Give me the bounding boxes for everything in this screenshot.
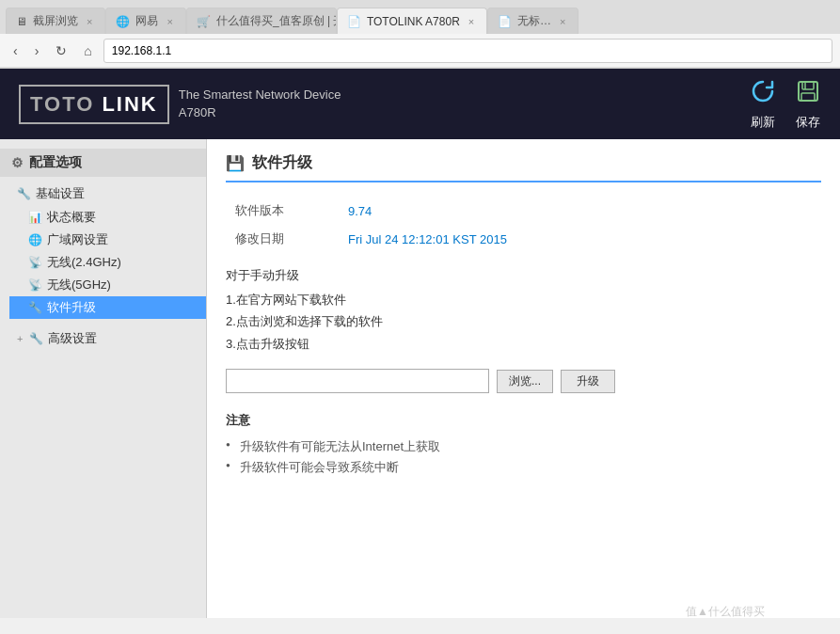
sidebar-basic-label: 基础设置	[36, 185, 85, 202]
router-header: TOTO LINK The Smartest Network Device A7…	[0, 69, 840, 139]
step3: 3.点击升级按钮	[226, 333, 821, 355]
header-subtitle-text: The Smartest Network Device	[179, 87, 341, 103]
notice-item-1: 升级软件有可能无法从Internet上获取	[226, 436, 821, 457]
step1: 1.在官方网站下载软件	[226, 289, 821, 310]
sidebar-basic-title[interactable]: 🔧 基础设置	[9, 182, 206, 206]
refresh-icon	[750, 78, 776, 110]
sidebar-item-wifi5[interactable]: 📡 无线(5GHz)	[9, 274, 206, 296]
tab-blank[interactable]: 📄 无标… ×	[487, 8, 578, 34]
sidebar-upgrade-label: 软件升级	[47, 299, 96, 316]
sidebar-status-label: 状态概要	[47, 209, 96, 226]
save-icon	[795, 78, 821, 110]
tab-close-2[interactable]: ×	[164, 15, 175, 28]
manual-upgrade-title: 对于手动升级	[226, 267, 821, 284]
tab-icon: 🛒	[197, 15, 211, 28]
modify-date-row: 修改日期 Fri Jul 24 12:12:01 KST 2015	[226, 225, 821, 253]
upgrade-form: 浏览... 升级	[226, 369, 821, 393]
tab-label: 无标…	[517, 13, 551, 29]
sidebar-item-wifi24[interactable]: 📡 无线(2.4GHz)	[9, 251, 206, 274]
address-bar[interactable]	[103, 39, 832, 63]
tab-wangyi[interactable]: 🌐 网易 ×	[105, 8, 185, 34]
sidebar-title-text: 配置选项	[29, 154, 82, 171]
tab-icon: 🖥	[16, 15, 27, 28]
sidebar-advanced-section: + 🔧 高级设置	[9, 326, 206, 351]
tab-label: TOTOLINK A780R	[367, 15, 460, 28]
sidebar-item-status[interactable]: 📊 状态概要	[9, 206, 206, 229]
header-subtitle: The Smartest Network Device A780R	[179, 87, 341, 120]
upgrade-icon: 🔧	[28, 301, 42, 314]
svg-rect-1	[802, 82, 814, 89]
tab-close-5[interactable]: ×	[557, 15, 568, 28]
notice-item-2: 升级软件可能会导致系统中断	[226, 457, 821, 478]
refresh-label: 刷新	[751, 114, 775, 131]
sidebar-title: ⚙ 配置选项	[0, 149, 206, 177]
svg-rect-2	[801, 93, 815, 101]
firmware-version-value: 9.74	[339, 197, 821, 225]
logo-text: TOTO LINK	[30, 92, 158, 116]
tab-label: 什么值得买_值客原创 | 开箱晒…	[216, 13, 337, 29]
config-icon: ⚙	[11, 155, 24, 170]
sidebar-advanced-label: 高级设置	[48, 330, 97, 347]
tab-close-1[interactable]: ×	[84, 15, 95, 28]
tab-icon: 📄	[498, 15, 512, 28]
sidebar-wifi5-label: 无线(5GHz)	[47, 277, 111, 293]
tab-icon: 🌐	[116, 15, 130, 28]
file-path-input[interactable]	[226, 369, 489, 393]
tab-label: 截屏浏览	[33, 13, 78, 29]
upgrade-button[interactable]: 升级	[561, 370, 615, 393]
advanced-section-icon: 🔧	[29, 332, 43, 345]
basic-section-icon: 🔧	[17, 187, 31, 200]
wifi24-icon: 📡	[28, 256, 42, 269]
home-button[interactable]: ⌂	[78, 40, 97, 61]
notice-title: 注意	[226, 412, 821, 429]
status-icon: 📊	[28, 211, 42, 224]
firmware-version-row: 软件版本 9.74	[226, 197, 821, 225]
sidebar-item-wan[interactable]: 🌐 广域网设置	[9, 229, 206, 251]
sidebar-basic-section: 🔧 基础设置 📊 状态概要 🌐 广域网设置 📡 无线(2.4GHz) 📡	[9, 182, 206, 319]
refresh-button[interactable]: ↻	[50, 40, 72, 61]
forward-button[interactable]: ›	[29, 40, 45, 61]
notice-list: 升级软件有可能无法从Internet上获取 升级软件可能会导致系统中断	[226, 436, 821, 478]
main-content: 💾 软件升级 软件版本 9.74 修改日期 Fri Jul 24 12:12:0…	[207, 139, 840, 618]
tab-screenshot[interactable]: 🖥 截屏浏览 ×	[6, 8, 105, 34]
tab-smzdm[interactable]: 🛒 什么值得买_值客原创 | 开箱晒… ×	[186, 8, 337, 34]
header-model: A780R	[179, 104, 341, 121]
sidebar-wifi24-label: 无线(2.4GHz)	[47, 254, 121, 271]
manual-upgrade-section: 对于手动升级 1.在官方网站下载软件 2.点击浏览和选择下载的软件 3.点击升级…	[226, 267, 821, 355]
tab-close-4[interactable]: ×	[466, 15, 477, 28]
section-header-icon: 💾	[226, 154, 245, 172]
modify-date-value: Fri Jul 24 12:12:01 KST 2015	[339, 225, 821, 253]
back-button[interactable]: ‹	[8, 40, 24, 61]
tab-totolink[interactable]: 📄 TOTOLINK A780R ×	[337, 8, 487, 34]
sidebar-advanced-title[interactable]: + 🔧 高级设置	[9, 326, 206, 351]
firmware-version-label: 软件版本	[226, 197, 339, 225]
refresh-action[interactable]: 刷新	[750, 78, 776, 131]
sidebar-item-upgrade[interactable]: 🔧 软件升级	[9, 296, 206, 319]
section-title: 软件升级	[252, 153, 312, 173]
sidebar-wan-label: 广域网设置	[47, 231, 108, 248]
header-actions: 刷新 保存	[750, 78, 821, 131]
sidebar: ⚙ 配置选项 🔧 基础设置 📊 状态概要 🌐 广域网设置 📡	[0, 139, 207, 618]
tab-icon: 📄	[347, 15, 361, 28]
firmware-info-table: 软件版本 9.74 修改日期 Fri Jul 24 12:12:01 KST 2…	[226, 197, 821, 253]
logo-box: TOTO LINK	[19, 85, 169, 124]
section-header: 💾 软件升级	[226, 153, 821, 182]
save-label: 保存	[796, 114, 820, 131]
manual-upgrade-steps: 1.在官方网站下载软件 2.点击浏览和选择下载的软件 3.点击升级按钮	[226, 289, 821, 355]
wifi5-icon: 📡	[28, 278, 42, 292]
notice-section: 注意 升级软件有可能无法从Internet上获取 升级软件可能会导致系统中断	[226, 412, 821, 478]
tab-label: 网易	[135, 13, 158, 29]
save-action[interactable]: 保存	[795, 78, 821, 131]
logo-area: TOTO LINK The Smartest Network Device A7…	[19, 85, 341, 124]
modify-date-label: 修改日期	[226, 225, 339, 253]
browse-button[interactable]: 浏览...	[497, 370, 553, 393]
step2: 2.点击浏览和选择下载的软件	[226, 310, 821, 332]
wan-icon: 🌐	[28, 233, 42, 246]
plus-icon: +	[17, 333, 23, 344]
